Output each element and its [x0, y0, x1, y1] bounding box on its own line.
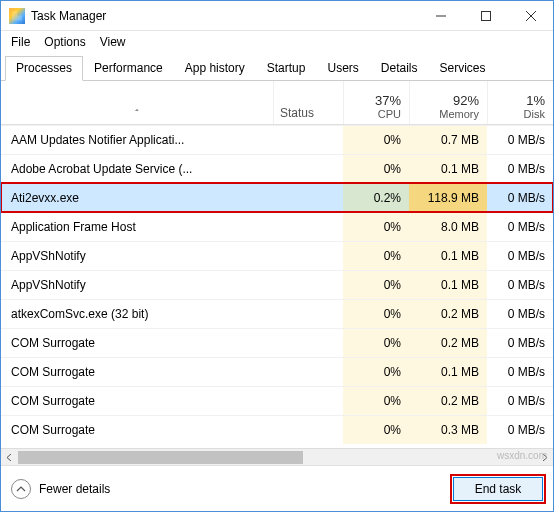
- memory-label: Memory: [439, 108, 479, 120]
- process-disk: 0 MB/s: [487, 329, 553, 357]
- cpu-label: CPU: [378, 108, 401, 120]
- menubar: File Options View: [1, 31, 553, 55]
- column-header-memory[interactable]: 92% Memory: [409, 81, 487, 124]
- process-cpu: 0%: [343, 155, 409, 183]
- process-name: COM Surrogate: [1, 336, 273, 350]
- process-cpu: 0%: [343, 213, 409, 241]
- titlebar[interactable]: Task Manager: [1, 1, 553, 31]
- table-row[interactable]: Adobe Acrobat Update Service (...0%0.1 M…: [1, 154, 553, 183]
- table-row[interactable]: AppVShNotify0%0.1 MB0 MB/s: [1, 270, 553, 299]
- process-disk: 0 MB/s: [487, 155, 553, 183]
- minimize-button[interactable]: [418, 1, 463, 30]
- disk-label: Disk: [524, 108, 545, 120]
- process-name: AAM Updates Notifier Applicati...: [1, 133, 273, 147]
- process-memory: 0.1 MB: [409, 358, 487, 386]
- maximize-icon: [481, 11, 491, 21]
- footer: Fewer details End task: [1, 465, 553, 511]
- horizontal-scrollbar[interactable]: [1, 448, 553, 465]
- task-manager-icon: [9, 8, 25, 24]
- process-memory: 0.3 MB: [409, 416, 487, 444]
- table-row[interactable]: AAM Updates Notifier Applicati...0%0.7 M…: [1, 125, 553, 154]
- process-disk: 0 MB/s: [487, 387, 553, 415]
- process-name: Ati2evxx.exe: [1, 191, 273, 205]
- svg-rect-1: [481, 11, 490, 20]
- table-row[interactable]: atkexComSvc.exe (32 bit)0%0.2 MB0 MB/s: [1, 299, 553, 328]
- process-name: AppVShNotify: [1, 249, 273, 263]
- process-disk: 0 MB/s: [487, 213, 553, 241]
- tab-performance[interactable]: Performance: [83, 56, 174, 81]
- process-disk: 0 MB/s: [487, 300, 553, 328]
- process-cpu: 0%: [343, 358, 409, 386]
- chevron-up-icon: [16, 484, 26, 494]
- process-disk: 0 MB/s: [487, 184, 553, 212]
- process-cpu: 0%: [343, 242, 409, 270]
- column-header-name[interactable]: ˆ: [1, 81, 273, 124]
- fewer-details-button[interactable]: Fewer details: [11, 479, 110, 499]
- process-cpu: 0%: [343, 387, 409, 415]
- scroll-left-button[interactable]: [1, 449, 18, 466]
- process-name: COM Surrogate: [1, 423, 273, 437]
- table-row[interactable]: COM Surrogate0%0.2 MB0 MB/s: [1, 328, 553, 357]
- tab-details[interactable]: Details: [370, 56, 429, 81]
- process-cpu: 0%: [343, 271, 409, 299]
- process-memory: 0.1 MB: [409, 155, 487, 183]
- column-header-status[interactable]: Status: [273, 81, 343, 124]
- tab-services[interactable]: Services: [429, 56, 497, 81]
- watermark: wsxdn.com: [497, 450, 547, 461]
- process-cpu: 0%: [343, 126, 409, 154]
- process-memory: 118.9 MB: [409, 184, 487, 212]
- disk-usage-percent: 1%: [526, 93, 545, 108]
- column-header-cpu[interactable]: 37% CPU: [343, 81, 409, 124]
- process-name: AppVShNotify: [1, 278, 273, 292]
- process-disk: 0 MB/s: [487, 242, 553, 270]
- tab-startup[interactable]: Startup: [256, 56, 317, 81]
- tab-app-history[interactable]: App history: [174, 56, 256, 81]
- process-name: Application Frame Host: [1, 220, 273, 234]
- table-header: ˆ Status 37% CPU 92% Memory 1% Disk: [1, 81, 553, 125]
- scroll-thumb[interactable]: [18, 451, 303, 464]
- process-disk: 0 MB/s: [487, 416, 553, 444]
- tab-bar: Processes Performance App history Startu…: [1, 55, 553, 81]
- process-disk: 0 MB/s: [487, 271, 553, 299]
- maximize-button[interactable]: [463, 1, 508, 30]
- process-memory: 0.7 MB: [409, 126, 487, 154]
- table-row[interactable]: Ati2evxx.exe0.2%118.9 MB0 MB/s: [1, 183, 553, 212]
- collapse-circle-icon: [11, 479, 31, 499]
- sort-indicator-icon: ˆ: [135, 109, 138, 120]
- table-body: AAM Updates Notifier Applicati...0%0.7 M…: [1, 125, 553, 448]
- minimize-icon: [436, 11, 446, 21]
- memory-usage-percent: 92%: [453, 93, 479, 108]
- chevron-left-icon: [6, 454, 13, 461]
- fewer-details-label: Fewer details: [39, 482, 110, 496]
- process-memory: 0.2 MB: [409, 387, 487, 415]
- tab-processes[interactable]: Processes: [5, 56, 83, 81]
- column-header-disk[interactable]: 1% Disk: [487, 81, 553, 124]
- process-table: ˆ Status 37% CPU 92% Memory 1% Disk AAM …: [1, 81, 553, 465]
- process-cpu: 0%: [343, 329, 409, 357]
- table-row[interactable]: COM Surrogate0%0.2 MB0 MB/s: [1, 386, 553, 415]
- table-row[interactable]: AppVShNotify0%0.1 MB0 MB/s: [1, 241, 553, 270]
- menu-view[interactable]: View: [100, 35, 126, 49]
- table-row[interactable]: Application Frame Host0%8.0 MB0 MB/s: [1, 212, 553, 241]
- close-icon: [526, 11, 536, 21]
- process-disk: 0 MB/s: [487, 126, 553, 154]
- process-disk: 0 MB/s: [487, 358, 553, 386]
- task-manager-window: Task Manager File Options View Processes…: [0, 0, 554, 512]
- tab-users[interactable]: Users: [316, 56, 369, 81]
- close-button[interactable]: [508, 1, 553, 30]
- process-memory: 0.2 MB: [409, 329, 487, 357]
- menu-file[interactable]: File: [11, 35, 30, 49]
- table-row[interactable]: COM Surrogate0%0.1 MB0 MB/s: [1, 357, 553, 386]
- process-cpu: 0%: [343, 416, 409, 444]
- table-row[interactable]: COM Surrogate0%0.3 MB0 MB/s: [1, 415, 553, 444]
- process-name: COM Surrogate: [1, 394, 273, 408]
- process-memory: 0.2 MB: [409, 300, 487, 328]
- process-name: COM Surrogate: [1, 365, 273, 379]
- end-task-button[interactable]: End task: [453, 477, 543, 501]
- process-cpu: 0%: [343, 300, 409, 328]
- menu-options[interactable]: Options: [44, 35, 85, 49]
- process-memory: 8.0 MB: [409, 213, 487, 241]
- window-title: Task Manager: [31, 9, 106, 23]
- scroll-track[interactable]: [18, 449, 536, 466]
- cpu-usage-percent: 37%: [375, 93, 401, 108]
